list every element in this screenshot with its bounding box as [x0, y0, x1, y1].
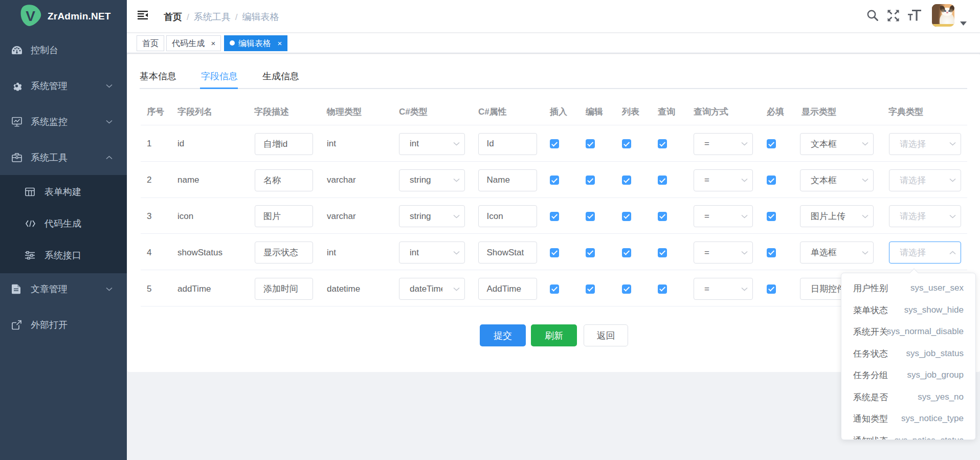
svg-text:V: V	[26, 8, 35, 24]
